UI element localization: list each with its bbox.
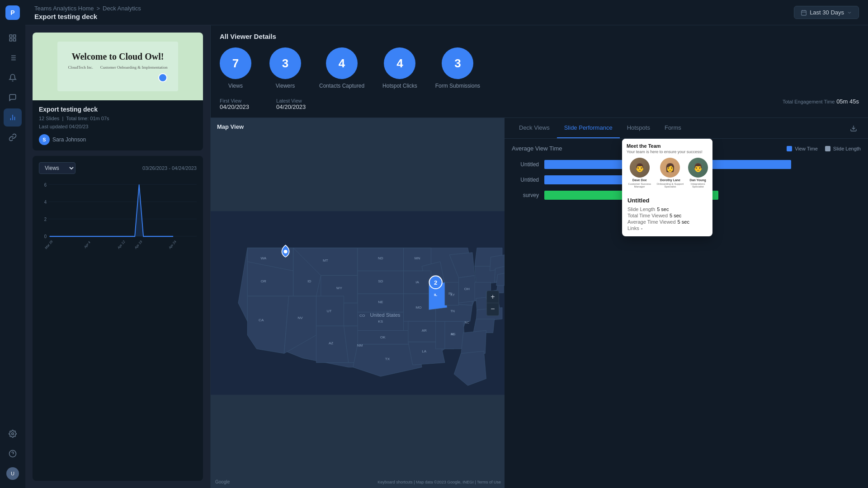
slide-panel: Deck Views Slide Performance Hotspots Fo… — [505, 118, 868, 488]
tab-deck-views[interactable]: Deck Views — [512, 118, 557, 138]
meet-team-card: Meet the Team Your team is here to ensur… — [622, 139, 712, 192]
svg-text:CA: CA — [259, 318, 264, 322]
stat-forms: 3 Form Submissions — [435, 47, 480, 89]
svg-text:WA: WA — [260, 256, 266, 260]
sidebar-item-grid[interactable] — [4, 29, 22, 47]
legend-slide-length: Slide Length — [825, 146, 861, 151]
sidebar-item-user[interactable]: U — [4, 465, 22, 483]
engagement-value: 05m 45s — [836, 98, 859, 105]
map-zoom-out[interactable]: − — [486, 303, 499, 316]
tab-hotspots[interactable]: Hotspots — [620, 118, 657, 138]
content-area: Welcome to Cloud Owl! CloudTech Inc. Cus… — [25, 25, 868, 488]
stat-circle-forms: 3 — [442, 47, 473, 79]
stat-circle-viewers: 3 — [269, 47, 301, 79]
app-logo[interactable]: P — [5, 5, 20, 20]
team-avatars: 👨 Dave Doe Customer Success Manager 👩 Do… — [627, 158, 708, 188]
first-view-label: First View — [220, 98, 249, 103]
svg-text:SD: SD — [378, 279, 383, 283]
legend: View Time Slide Length — [787, 146, 861, 151]
breadcrumb-separator: > — [97, 5, 100, 12]
chart-header: Views Viewers 03/26/2023 - 04/24/2023 — [39, 162, 197, 174]
svg-text:WY: WY — [336, 286, 343, 290]
team-member-1: 👨 Dave Doe Customer Success Manager — [627, 158, 652, 188]
sidebar-item-list[interactable] — [4, 49, 22, 67]
svg-text:OR: OR — [261, 279, 266, 283]
map-controls: + − — [486, 291, 499, 316]
stat-contacts: 4 Contacts Captured — [319, 47, 364, 89]
slide-label-3: survey — [512, 192, 539, 198]
tooltip-body: Untitled Slide Length 5 sec Total Time V… — [622, 192, 712, 236]
team-avatar-1: 👨 — [630, 158, 650, 178]
deck-slides: 12 Slides — [39, 116, 59, 121]
latest-view-value: 04/20/2023 — [276, 103, 306, 110]
right-panel: All Viewer Details 7 Views 3 Viewers 4 C… — [211, 25, 868, 488]
legend-dot-view-time — [787, 146, 792, 151]
sidebar: P U — [0, 0, 25, 488]
stat-circle-hotspot: 4 — [384, 47, 415, 79]
svg-text:IA: IA — [415, 280, 419, 284]
meet-team-heading: Meet the Team — [627, 143, 708, 149]
latest-view-label: Latest View — [276, 98, 306, 103]
sidebar-item-chat[interactable] — [4, 89, 22, 107]
sidebar-item-help[interactable] — [4, 445, 22, 463]
legend-dot-slide-length — [825, 146, 830, 151]
sidebar-item-bell[interactable] — [4, 69, 22, 87]
breadcrumb-home[interactable]: Teams Analytics Home — [34, 5, 94, 12]
map-zoom-in[interactable]: + — [486, 291, 499, 303]
calendar-icon — [801, 9, 807, 16]
chart-date-range: 03/26/2023 - 04/24/2023 — [142, 165, 197, 171]
page-title: Export testing deck — [34, 13, 141, 20]
svg-rect-3 — [14, 39, 16, 41]
svg-text:LA: LA — [422, 349, 427, 353]
svg-text:TN: TN — [451, 310, 455, 313]
svg-point-82 — [283, 250, 287, 253]
team-member-role-1: Customer Success Manager — [627, 183, 652, 188]
author-name: Sara Johnson — [52, 136, 86, 143]
map-title: Map View — [217, 123, 244, 130]
stat-label-contacts: Contacts Captured — [319, 83, 364, 89]
svg-text:0: 0 — [44, 234, 47, 239]
svg-text:Mar 26: Mar 26 — [44, 239, 53, 250]
tab-slide-performance[interactable]: Slide Performance — [557, 118, 620, 138]
sidebar-item-settings[interactable] — [4, 425, 22, 443]
stat-circle-contacts: 4 — [326, 47, 358, 79]
sidebar-item-link[interactable] — [4, 128, 22, 146]
viewer-details-title: All Viewer Details — [220, 33, 859, 40]
date-filter-button[interactable]: Last 30 Days — [794, 6, 859, 19]
sidebar-item-chart[interactable] — [4, 108, 22, 127]
svg-point-13 — [12, 433, 14, 435]
slide-label-2: Untitled — [512, 177, 539, 183]
download-button[interactable] — [846, 121, 861, 136]
tab-actions — [846, 121, 861, 136]
stats-row: 7 Views 3 Viewers 4 Contacts Captured 4 … — [220, 47, 859, 89]
team-member-role-2: Onboarding & Support Specialist — [655, 183, 685, 188]
deck-card: Welcome to Cloud Owl! CloudTech Inc. Cus… — [33, 33, 203, 150]
svg-rect-16 — [802, 10, 807, 15]
svg-text:UT: UT — [327, 309, 332, 313]
legend-label-view-time: View Time — [795, 146, 818, 151]
svg-text:AL: AL — [451, 333, 455, 336]
tooltip-total-time: Total Time Viewed 5 sec — [627, 213, 707, 218]
svg-text:United States: United States — [370, 312, 400, 318]
chart-type-select[interactable]: Views Viewers — [39, 162, 75, 174]
svg-text:4: 4 — [44, 199, 47, 205]
engagement-item: Total Engagement Time 05m 45s — [783, 98, 859, 110]
tooltip-avg-time: Average Time Viewed 5 sec — [627, 219, 707, 225]
svg-marker-79 — [496, 273, 505, 285]
legend-label-slide-length: Slide Length — [833, 146, 861, 151]
team-member-name-3: Dan Young — [690, 178, 706, 182]
bottom-area: Map View .state { fill: #2d4060; stroke:… — [211, 118, 868, 488]
svg-text:OH: OH — [464, 287, 470, 291]
breadcrumb-current: Deck Analytics — [103, 5, 141, 12]
breadcrumb: Teams Analytics Home > Deck Analytics — [34, 5, 141, 12]
stat-hotspot: 4 Hotspot Clicks — [382, 47, 417, 89]
slide-content: Average View Time View Time Slide Length — [505, 139, 868, 488]
team-member-3: 👨 Dan Young Integrations Specialist — [688, 158, 708, 188]
deck-last-updated: Last updated 04/20/23 — [39, 124, 88, 129]
tab-forms[interactable]: Forms — [657, 118, 689, 138]
svg-text:TX: TX — [385, 357, 390, 361]
stat-label-forms: Form Submissions — [435, 83, 480, 89]
tooltip-links: Links - — [627, 225, 707, 231]
svg-text:2: 2 — [434, 279, 437, 286]
chart-panel: Views Viewers 03/26/2023 - 04/24/2023 6 … — [33, 156, 203, 481]
